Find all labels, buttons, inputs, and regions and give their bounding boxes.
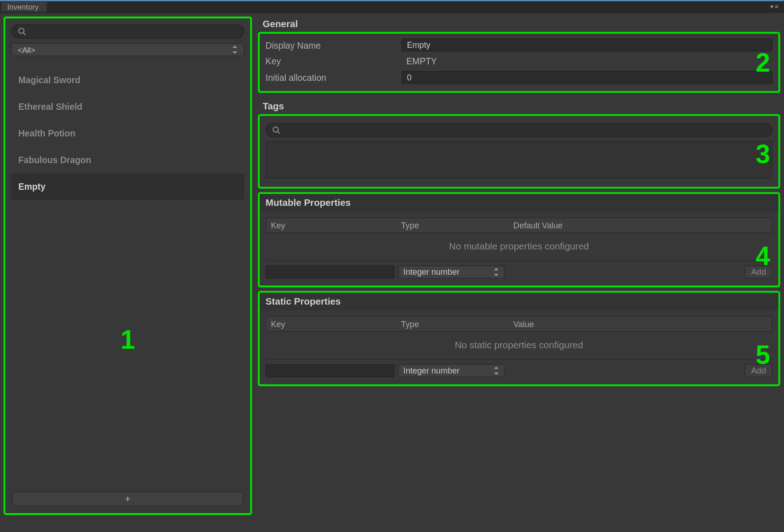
list-item[interactable]: Health Potion [11,120,244,147]
tab-inventory[interactable]: Inventory [1,1,47,12]
item-search-input[interactable] [11,24,244,39]
static-type-dropdown[interactable]: Integer number [398,364,505,377]
svg-line-3 [278,132,280,134]
add-item-button[interactable]: + [12,492,243,506]
callout-2: 2 [756,48,770,77]
col-key: Key [271,319,401,329]
divider [266,260,773,260]
col-default-value: Default Value [513,221,767,230]
callout-3: 3 [756,140,770,169]
divider [266,359,773,359]
key-value: EMPTY [402,56,773,66]
callout-4: 4 [756,241,770,271]
tags-heading: Tags [258,99,780,114]
chevron-updown-icon [493,367,499,375]
col-type: Type [401,221,514,230]
static-empty-message: No static properties configured [260,332,778,359]
svg-point-2 [273,127,278,132]
list-item[interactable]: Empty [11,173,244,200]
general-section: Display Name Key EMPTY Initial allocatio… [258,32,780,93]
mutable-empty-message: No mutable properties configured [260,233,778,260]
filter-selected-label: <All> [18,45,35,54]
mutable-type-dropdown[interactable]: Integer number [398,266,505,278]
static-new-key-input[interactable] [266,364,395,377]
filter-dropdown[interactable]: <All> [11,43,244,56]
static-table-header: Key Type Value [266,317,773,332]
col-key: Key [271,221,401,230]
search-icon [272,126,280,134]
svg-line-1 [23,33,26,35]
tags-search-input[interactable] [266,123,773,137]
general-heading: General [258,17,780,32]
initial-allocation-input[interactable] [402,71,773,84]
list-item[interactable]: Ethereal Shield [11,93,244,120]
callout-1: 1 [120,325,135,355]
panel-menu-icon[interactable]: ▾≡ [770,3,779,11]
initial-allocation-label: Initial allocation [266,73,396,83]
svg-point-0 [19,28,24,33]
mutable-heading: Mutable Properties [260,194,778,212]
chevron-updown-icon [493,268,499,276]
static-type-selected: Integer number [403,366,460,376]
mutable-new-key-input[interactable] [266,266,395,278]
item-list: Magical Sword Ethereal Shield Health Pot… [11,61,244,487]
key-label: Key [266,56,396,66]
mutable-type-selected: Integer number [403,267,460,277]
display-name-input[interactable] [402,39,773,51]
tags-section: 3 [258,114,780,188]
item-list-panel: <All> Magical Sword Ethereal Shield Heal… [4,17,252,515]
mutable-properties-section: Mutable Properties Key Type Default Valu… [258,192,780,287]
tags-container[interactable] [266,141,773,178]
mutable-table-header: Key Type Default Value [266,218,773,233]
search-icon [18,27,26,35]
chevron-updown-icon [232,45,238,54]
static-heading: Static Properties [260,293,778,311]
col-type: Type [401,319,514,329]
col-value: Value [513,319,767,329]
tab-bar: Inventory ▾≡ [0,0,784,13]
display-name-label: Display Name [266,40,396,50]
list-item[interactable]: Fabulous Dragon [11,147,244,173]
callout-5: 5 [756,340,770,369]
inventory-window: Inventory ▾≡ <All> Magical Sword Etherea… [0,0,784,532]
list-item[interactable]: Magical Sword [11,67,244,93]
static-properties-section: Static Properties Key Type Value No stat… [258,291,780,386]
